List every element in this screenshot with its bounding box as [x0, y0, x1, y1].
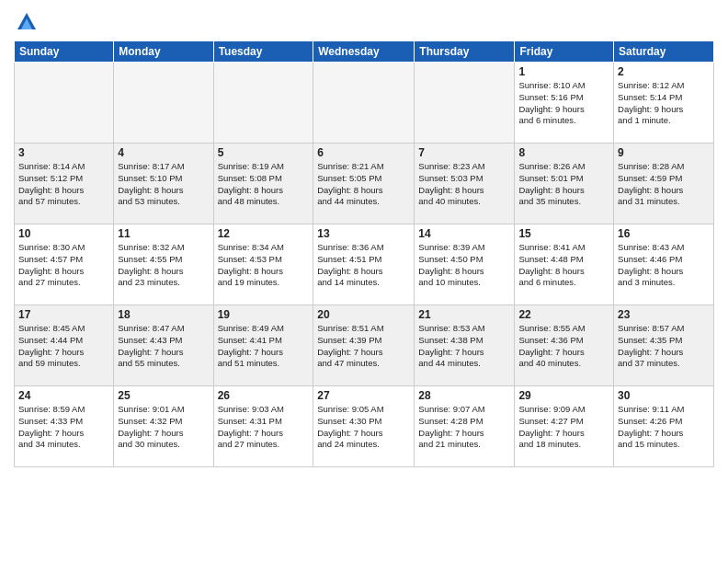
calendar-cell: 14Sunrise: 8:39 AM Sunset: 4:50 PM Dayli… — [415, 224, 515, 305]
calendar-cell: 13Sunrise: 8:36 AM Sunset: 4:51 PM Dayli… — [313, 224, 415, 305]
calendar-cell: 9Sunrise: 8:28 AM Sunset: 4:59 PM Daylig… — [614, 144, 714, 224]
day-number: 26 — [218, 389, 310, 402]
day-info: Sunrise: 9:09 AM Sunset: 4:27 PM Dayligh… — [518, 404, 609, 451]
day-number: 14 — [418, 227, 510, 240]
day-number: 27 — [317, 389, 410, 402]
day-info: Sunrise: 8:17 AM Sunset: 5:10 PM Dayligh… — [118, 161, 209, 208]
day-info: Sunrise: 8:19 AM Sunset: 5:08 PM Dayligh… — [218, 161, 310, 208]
day-number: 3 — [18, 146, 109, 159]
day-number: 7 — [418, 146, 510, 159]
calendar-cell: 21Sunrise: 8:53 AM Sunset: 4:38 PM Dayli… — [415, 305, 515, 386]
day-number: 17 — [18, 308, 109, 321]
calendar-cell: 16Sunrise: 8:43 AM Sunset: 4:46 PM Dayli… — [614, 224, 714, 305]
calendar-header-friday: Friday — [515, 41, 614, 63]
day-number: 25 — [118, 389, 209, 402]
day-info: Sunrise: 8:30 AM Sunset: 4:57 PM Dayligh… — [18, 242, 109, 289]
day-info: Sunrise: 8:34 AM Sunset: 4:53 PM Dayligh… — [218, 242, 310, 289]
day-number: 13 — [317, 227, 410, 240]
day-number: 29 — [518, 389, 609, 402]
day-number: 22 — [518, 308, 609, 321]
day-info: Sunrise: 9:05 AM Sunset: 4:30 PM Dayligh… — [317, 404, 410, 451]
logo-icon — [14, 9, 40, 35]
day-number: 8 — [518, 146, 609, 159]
day-number: 9 — [618, 146, 710, 159]
day-number: 28 — [418, 389, 510, 402]
calendar-cell: 2Sunrise: 8:12 AM Sunset: 5:14 PM Daylig… — [614, 63, 714, 144]
day-info: Sunrise: 8:26 AM Sunset: 5:01 PM Dayligh… — [518, 161, 609, 208]
day-info: Sunrise: 8:32 AM Sunset: 4:55 PM Dayligh… — [118, 242, 209, 289]
calendar-cell — [114, 63, 213, 144]
day-info: Sunrise: 8:47 AM Sunset: 4:43 PM Dayligh… — [118, 323, 209, 370]
day-info: Sunrise: 8:53 AM Sunset: 4:38 PM Dayligh… — [418, 323, 510, 370]
day-info: Sunrise: 8:28 AM Sunset: 4:59 PM Dayligh… — [618, 161, 710, 208]
day-info: Sunrise: 8:12 AM Sunset: 5:14 PM Dayligh… — [618, 80, 710, 127]
calendar-cell: 5Sunrise: 8:19 AM Sunset: 5:08 PM Daylig… — [213, 144, 313, 224]
calendar-cell: 23Sunrise: 8:57 AM Sunset: 4:35 PM Dayli… — [614, 305, 714, 386]
calendar-cell: 15Sunrise: 8:41 AM Sunset: 4:48 PM Dayli… — [515, 224, 614, 305]
day-number: 10 — [18, 227, 109, 240]
calendar-cell: 11Sunrise: 8:32 AM Sunset: 4:55 PM Dayli… — [114, 224, 213, 305]
calendar-header-thursday: Thursday — [415, 41, 515, 63]
day-info: Sunrise: 9:11 AM Sunset: 4:26 PM Dayligh… — [618, 404, 710, 451]
calendar-cell — [213, 63, 313, 144]
day-info: Sunrise: 8:45 AM Sunset: 4:44 PM Dayligh… — [18, 323, 109, 370]
page-header — [14, 9, 714, 35]
calendar-header-sunday: Sunday — [15, 41, 114, 63]
calendar-week-row: 24Sunrise: 8:59 AM Sunset: 4:33 PM Dayli… — [15, 386, 714, 467]
calendar-cell: 18Sunrise: 8:47 AM Sunset: 4:43 PM Dayli… — [114, 305, 213, 386]
calendar-header-saturday: Saturday — [614, 41, 714, 63]
calendar-week-row: 3Sunrise: 8:14 AM Sunset: 5:12 PM Daylig… — [15, 144, 714, 224]
calendar-cell — [313, 63, 415, 144]
calendar-cell: 30Sunrise: 9:11 AM Sunset: 4:26 PM Dayli… — [614, 386, 714, 467]
calendar-header-tuesday: Tuesday — [213, 41, 313, 63]
calendar-week-row: 17Sunrise: 8:45 AM Sunset: 4:44 PM Dayli… — [15, 305, 714, 386]
day-info: Sunrise: 8:59 AM Sunset: 4:33 PM Dayligh… — [18, 404, 109, 451]
day-info: Sunrise: 8:51 AM Sunset: 4:39 PM Dayligh… — [317, 323, 410, 370]
day-info: Sunrise: 8:21 AM Sunset: 5:05 PM Dayligh… — [317, 161, 410, 208]
calendar-cell: 8Sunrise: 8:26 AM Sunset: 5:01 PM Daylig… — [515, 144, 614, 224]
calendar-week-row: 1Sunrise: 8:10 AM Sunset: 5:16 PM Daylig… — [15, 63, 714, 144]
calendar-cell: 26Sunrise: 9:03 AM Sunset: 4:31 PM Dayli… — [213, 386, 313, 467]
day-number: 18 — [118, 308, 209, 321]
day-number: 6 — [317, 146, 410, 159]
calendar-cell: 25Sunrise: 9:01 AM Sunset: 4:32 PM Dayli… — [114, 386, 213, 467]
calendar-cell: 28Sunrise: 9:07 AM Sunset: 4:28 PM Dayli… — [415, 386, 515, 467]
calendar-cell: 12Sunrise: 8:34 AM Sunset: 4:53 PM Dayli… — [213, 224, 313, 305]
day-info: Sunrise: 8:43 AM Sunset: 4:46 PM Dayligh… — [618, 242, 710, 289]
calendar: SundayMondayTuesdayWednesdayThursdayFrid… — [14, 40, 714, 467]
calendar-cell: 29Sunrise: 9:09 AM Sunset: 4:27 PM Dayli… — [515, 386, 614, 467]
day-number: 19 — [218, 308, 310, 321]
day-info: Sunrise: 8:10 AM Sunset: 5:16 PM Dayligh… — [518, 80, 609, 127]
calendar-cell: 1Sunrise: 8:10 AM Sunset: 5:16 PM Daylig… — [515, 63, 614, 144]
day-info: Sunrise: 9:03 AM Sunset: 4:31 PM Dayligh… — [218, 404, 310, 451]
calendar-header-row: SundayMondayTuesdayWednesdayThursdayFrid… — [15, 41, 714, 63]
day-info: Sunrise: 8:57 AM Sunset: 4:35 PM Dayligh… — [618, 323, 710, 370]
day-info: Sunrise: 8:39 AM Sunset: 4:50 PM Dayligh… — [418, 242, 510, 289]
day-info: Sunrise: 8:23 AM Sunset: 5:03 PM Dayligh… — [418, 161, 510, 208]
calendar-week-row: 10Sunrise: 8:30 AM Sunset: 4:57 PM Dayli… — [15, 224, 714, 305]
calendar-cell: 27Sunrise: 9:05 AM Sunset: 4:30 PM Dayli… — [313, 386, 415, 467]
day-info: Sunrise: 9:07 AM Sunset: 4:28 PM Dayligh… — [418, 404, 510, 451]
calendar-header-monday: Monday — [114, 41, 213, 63]
day-number: 12 — [218, 227, 310, 240]
calendar-cell: 10Sunrise: 8:30 AM Sunset: 4:57 PM Dayli… — [15, 224, 114, 305]
calendar-cell: 17Sunrise: 8:45 AM Sunset: 4:44 PM Dayli… — [15, 305, 114, 386]
day-number: 23 — [618, 308, 710, 321]
calendar-cell — [415, 63, 515, 144]
day-info: Sunrise: 8:55 AM Sunset: 4:36 PM Dayligh… — [518, 323, 609, 370]
calendar-cell: 20Sunrise: 8:51 AM Sunset: 4:39 PM Dayli… — [313, 305, 415, 386]
day-number: 21 — [418, 308, 510, 321]
calendar-cell: 19Sunrise: 8:49 AM Sunset: 4:41 PM Dayli… — [213, 305, 313, 386]
calendar-cell: 3Sunrise: 8:14 AM Sunset: 5:12 PM Daylig… — [15, 144, 114, 224]
logo — [14, 9, 43, 35]
day-number: 11 — [118, 227, 209, 240]
calendar-header-wednesday: Wednesday — [313, 41, 415, 63]
day-info: Sunrise: 8:14 AM Sunset: 5:12 PM Dayligh… — [18, 161, 109, 208]
calendar-cell: 6Sunrise: 8:21 AM Sunset: 5:05 PM Daylig… — [313, 144, 415, 224]
day-info: Sunrise: 9:01 AM Sunset: 4:32 PM Dayligh… — [118, 404, 209, 451]
day-number: 15 — [518, 227, 609, 240]
calendar-cell: 7Sunrise: 8:23 AM Sunset: 5:03 PM Daylig… — [415, 144, 515, 224]
day-number: 1 — [518, 65, 609, 78]
day-info: Sunrise: 8:41 AM Sunset: 4:48 PM Dayligh… — [518, 242, 609, 289]
day-number: 30 — [618, 389, 710, 402]
